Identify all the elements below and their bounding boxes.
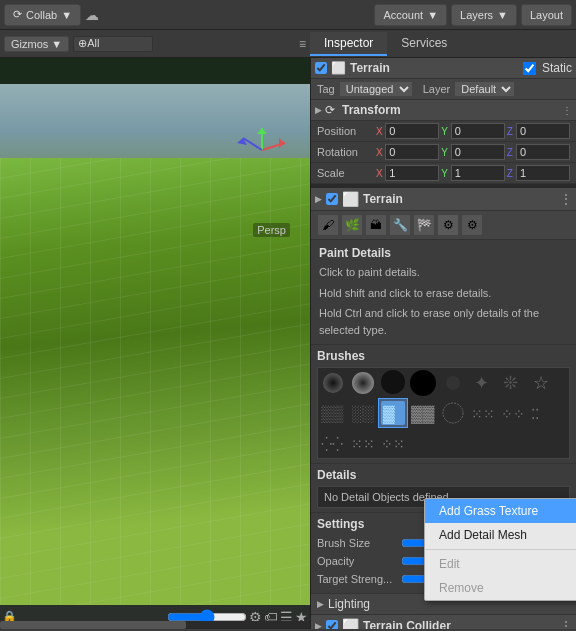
svg-text:⁘⁙: ⁘⁙ <box>381 436 405 452</box>
collab-button[interactable]: ⟳ Collab ▼ <box>4 4 81 26</box>
terrain-static-checkbox[interactable] <box>523 62 536 75</box>
brush-item[interactable] <box>408 368 438 398</box>
svg-marker-4 <box>257 128 267 134</box>
layer-select[interactable]: Default <box>454 81 515 97</box>
brushes-grid: ✦ ❊ ☆ ▒▒ ░░ ▓ ▓▓ ⁙⁙ ⁘⁘ ⁚⁚ ⁛⁛ ⁙⁙ ⁘⁙ <box>317 367 570 459</box>
dropdown-edit: Edit <box>425 552 576 576</box>
terrain-grass-button[interactable]: 🌿 <box>341 214 363 236</box>
dropdown-divider <box>425 549 576 550</box>
svg-point-9 <box>381 370 405 394</box>
scale-x-input[interactable] <box>385 165 439 181</box>
position-row: Position X Y Z <box>311 121 576 142</box>
tab-services[interactable]: Services <box>387 32 461 56</box>
brush-item[interactable] <box>438 368 468 398</box>
brush-item[interactable] <box>438 398 468 428</box>
tab-inspector[interactable]: Inspector <box>310 32 387 56</box>
rotation-y-input[interactable] <box>451 144 505 160</box>
terrain-collider-name: Terrain Collider <box>363 619 451 629</box>
scale-y-label: Y <box>441 168 449 179</box>
svg-point-20 <box>443 403 463 423</box>
rotation-x-input[interactable] <box>385 144 439 160</box>
tag-select[interactable]: Untagged <box>339 81 413 97</box>
scene-collapse-icon[interactable]: ≡ <box>299 37 306 51</box>
brush-item[interactable] <box>318 368 348 398</box>
terrain-flag-btn[interactable]: 🏁 <box>413 214 435 236</box>
brush-item[interactable] <box>378 368 408 398</box>
brush-item[interactable]: ❊ <box>498 368 528 398</box>
brush-item[interactable]: ⁙⁙ <box>468 398 498 428</box>
terrain-collider-menu[interactable]: ⋮ <box>560 619 572 629</box>
position-z-label: Z <box>507 126 515 137</box>
brush-item[interactable]: ▓ <box>378 398 408 428</box>
paint-details-line3: Hold Ctrl and click to erase only detail… <box>319 305 568 338</box>
terrain-icons-row: 🖌 🌿 🏔 🔧 🏁 ⚙ ⚙ <box>311 211 576 240</box>
dropdown-add-detail[interactable]: Add Detail Mesh <box>425 523 576 547</box>
brush-item[interactable]: ⁛⁛ <box>318 428 348 458</box>
svg-text:✦: ✦ <box>474 373 489 393</box>
collab-icon: ⟳ <box>13 8 22 21</box>
brush-item[interactable]: ⁚⁚ <box>528 398 558 428</box>
position-x-input[interactable] <box>385 123 439 139</box>
target-strength-label: Target Streng... <box>317 573 397 585</box>
terrain-paint-button[interactable]: 🖌 <box>317 214 339 236</box>
position-y-input[interactable] <box>451 123 505 139</box>
terrain-active-checkbox[interactable] <box>315 62 327 74</box>
layer-label: Layer <box>423 83 451 95</box>
account-arrow: ▼ <box>427 9 438 21</box>
svg-text:⁙⁙: ⁙⁙ <box>471 406 495 422</box>
terrain-gear-btn[interactable]: ⚙ <box>437 214 459 236</box>
rotation-z-input[interactable] <box>516 144 570 160</box>
position-label: Position <box>317 125 372 137</box>
brush-item[interactable]: ☆ <box>528 368 558 398</box>
gizmos-button[interactable]: Gizmos ▼ <box>4 36 69 52</box>
scale-x-field: X <box>376 165 439 181</box>
layers-button[interactable]: Layers ▼ <box>451 4 517 26</box>
terrain-settings-btn[interactable]: 🔧 <box>389 214 411 236</box>
scale-y-input[interactable] <box>451 165 505 181</box>
cloud-icon[interactable]: ☁ <box>85 7 99 23</box>
scale-z-input[interactable] <box>516 165 570 181</box>
brush-item[interactable] <box>348 368 378 398</box>
gizmos-label: Gizmos <box>11 38 48 50</box>
paint-details-title: Paint Details <box>319 246 568 260</box>
transform-icon: ⟳ <box>322 102 338 118</box>
tag-label: Tag <box>317 83 335 95</box>
layers-label: Layers <box>460 9 493 21</box>
terrain-component-checkbox[interactable] <box>326 193 338 205</box>
rotation-x-field: X <box>376 144 439 160</box>
gizmo-axes <box>235 123 290 178</box>
rotation-z-label: Z <box>507 147 515 158</box>
rotation-z-field: Z <box>507 144 570 160</box>
layout-button[interactable]: Layout <box>521 4 572 26</box>
terrain-object-header: ⬜ Terrain Static <box>311 58 576 79</box>
account-label: Account <box>383 9 423 21</box>
position-x-field: X <box>376 123 439 139</box>
terrain-collider-checkbox[interactable] <box>326 620 338 629</box>
transform-section-header[interactable]: ▶ ⟳ Transform ⋮ <box>311 100 576 121</box>
scene-scrollbar[interactable] <box>0 621 310 629</box>
brush-item[interactable]: ░░ <box>348 398 378 428</box>
terrain-height-button[interactable]: 🏔 <box>365 214 387 236</box>
brush-item[interactable]: ⁘⁙ <box>378 428 408 458</box>
brush-item[interactable]: ▓▓ <box>408 398 438 428</box>
terrain-object-name: Terrain <box>350 61 390 75</box>
inspector-tabs: Inspector Services <box>310 32 576 56</box>
svg-text:⁙⁙: ⁙⁙ <box>351 436 375 452</box>
terrain-component-menu[interactable]: ⋮ <box>560 192 572 206</box>
scene-search-input[interactable] <box>73 36 153 52</box>
terrain-collider-header: ▶ ⬜ Terrain Collider ⋮ <box>311 615 576 629</box>
gizmos-arrow: ▼ <box>51 38 62 50</box>
brush-item[interactable]: ⁘⁘ <box>498 398 528 428</box>
dropdown-add-grass[interactable]: Add Grass Texture <box>425 499 576 523</box>
secondary-toolbar: Gizmos ▼ ≡ Inspector Services <box>0 30 576 58</box>
account-button[interactable]: Account ▼ <box>374 4 447 26</box>
transform-menu-icon[interactable]: ⋮ <box>562 105 572 116</box>
brushes-title: Brushes <box>317 349 570 363</box>
position-z-input[interactable] <box>516 123 570 139</box>
brush-item[interactable]: ✦ <box>468 368 498 398</box>
services-tab-label: Services <box>401 36 447 50</box>
transform-title: Transform <box>342 103 401 117</box>
brush-item[interactable]: ▒▒ <box>318 398 348 428</box>
terrain-gear2-btn[interactable]: ⚙ <box>461 214 483 236</box>
brush-item[interactable]: ⁙⁙ <box>348 428 378 458</box>
